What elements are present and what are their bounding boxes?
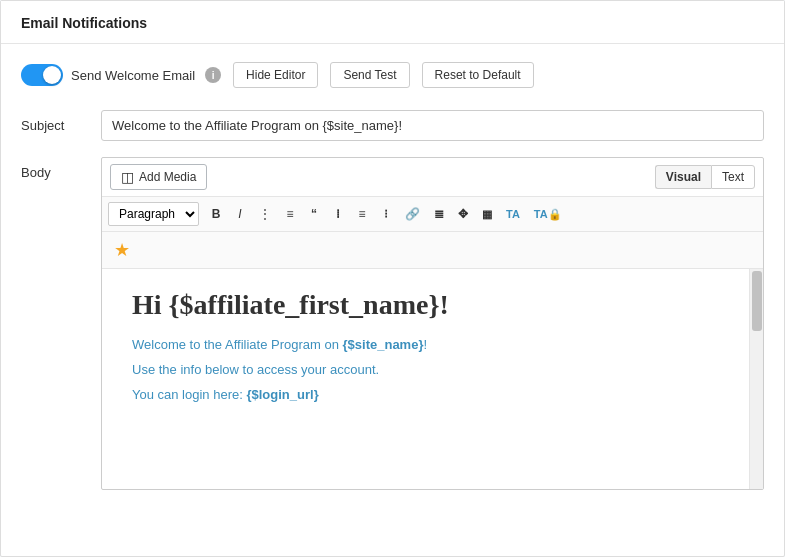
- body-label: Body: [21, 157, 101, 180]
- italic-button[interactable]: I: [229, 203, 251, 225]
- email-line1-end: !: [423, 337, 427, 352]
- fullscreen-button[interactable]: ✥: [452, 203, 474, 225]
- subject-row: Subject: [21, 110, 764, 141]
- editor-toolbar: Paragraph B I ⋮ ≡ “ ⁞ ≡ ⁝ 🔗 ≣ ✥ ▦ TA TA🔒: [102, 197, 763, 232]
- toggle-wrap: Send Welcome Email i: [21, 64, 221, 86]
- email-line3: You can login here: {$login_url}: [132, 387, 719, 402]
- unordered-list-button[interactable]: ≡: [279, 203, 301, 225]
- toggle-label: Send Welcome Email: [71, 68, 195, 83]
- scrollbar-thumb[interactable]: [752, 271, 762, 331]
- body-row: Body ◫ Add Media Visual Text Par: [21, 157, 764, 490]
- email-heading: Hi {$affiliate_first_name}!: [132, 289, 719, 321]
- grid-button[interactable]: ▦: [476, 204, 498, 225]
- hide-editor-button[interactable]: Hide Editor: [233, 62, 318, 88]
- ta-lock-button[interactable]: TA🔒: [528, 204, 568, 225]
- subject-label: Subject: [21, 110, 101, 133]
- subject-field-wrap: [101, 110, 764, 141]
- add-media-icon: ◫: [121, 169, 134, 185]
- ordered-list-button[interactable]: ⋮: [253, 203, 277, 225]
- more-button[interactable]: ≣: [428, 203, 450, 225]
- add-media-label: Add Media: [139, 170, 196, 184]
- reset-to-default-button[interactable]: Reset to Default: [422, 62, 534, 88]
- subject-input[interactable]: [101, 110, 764, 141]
- email-line3-highlight: {$login_url}: [246, 387, 318, 402]
- info-icon: i: [205, 67, 221, 83]
- tab-text[interactable]: Text: [711, 165, 755, 189]
- editor-wrap: ◫ Add Media Visual Text Paragraph B I ⋮: [101, 157, 764, 490]
- editor-scrollbar[interactable]: [749, 269, 763, 489]
- email-line1: Welcome to the Affiliate Program on {$si…: [132, 337, 719, 352]
- editor-scrollbar-wrap: Hi {$affiliate_first_name}! Welcome to t…: [102, 269, 763, 489]
- align-center-button[interactable]: ≡: [351, 203, 373, 225]
- panel-title: Email Notifications: [21, 15, 764, 31]
- send-welcome-toggle[interactable]: [21, 64, 63, 86]
- send-test-button[interactable]: Send Test: [330, 62, 409, 88]
- tab-visual[interactable]: Visual: [655, 165, 711, 189]
- add-media-button[interactable]: ◫ Add Media: [110, 164, 207, 190]
- top-row: Send Welcome Email i Hide Editor Send Te…: [21, 62, 764, 88]
- editor-content[interactable]: Hi {$affiliate_first_name}! Welcome to t…: [102, 269, 749, 489]
- star-icon: ★: [108, 237, 136, 263]
- email-line2: Use the info below to access your accoun…: [132, 362, 719, 377]
- email-line1-pre: Welcome to the Affiliate Program on: [132, 337, 343, 352]
- view-tabs: Visual Text: [655, 165, 755, 189]
- email-line1-highlight: {$site_name}: [343, 337, 424, 352]
- editor-topbar: ◫ Add Media Visual Text: [102, 158, 763, 197]
- link-button[interactable]: 🔗: [399, 203, 426, 225]
- ta-button[interactable]: TA: [500, 204, 526, 224]
- email-line3-pre: You can login here:: [132, 387, 246, 402]
- editor-toolbar-2: ★: [102, 232, 763, 269]
- paragraph-select[interactable]: Paragraph: [108, 202, 199, 226]
- align-right-button[interactable]: ⁝: [375, 203, 397, 225]
- bold-button[interactable]: B: [205, 203, 227, 225]
- align-left-button[interactable]: ⁞: [327, 203, 349, 225]
- blockquote-button[interactable]: “: [303, 203, 325, 225]
